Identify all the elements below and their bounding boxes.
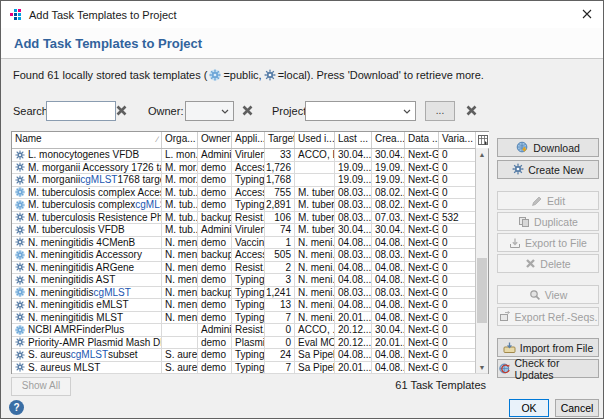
import-from-file-button[interactable]: Import from File — [497, 338, 599, 357]
table-row[interactable]: N. meningitidis cgMLSTN. men...backupTyp… — [12, 287, 488, 300]
column-header-data[interactable]: Data ... — [405, 132, 439, 148]
search-input[interactable] — [46, 101, 116, 121]
download-button[interactable]: Download — [497, 138, 599, 157]
duplicate-button[interactable]: Duplicate — [497, 212, 599, 231]
cell-data: Next-G... — [405, 299, 439, 311]
cell-data: Next-G... — [405, 187, 439, 199]
cell-value: N. men... — [165, 299, 198, 310]
edit-button[interactable]: Edit — [497, 191, 599, 210]
column-header-targets[interactable]: Targets — [265, 132, 295, 148]
table-row[interactable]: N. meningitidis ASTN. men...demoTyping3N… — [12, 274, 488, 287]
table-row[interactable]: M. tuberculosis VFDBM. tub...Admini...Vi… — [12, 224, 488, 237]
cell-value: demo — [201, 162, 226, 173]
template-name-text: M. tuberculosis Resistence PhyResSE v2 — [28, 212, 162, 223]
table-row[interactable]: N. meningitidis AccessoryN. men...backup… — [12, 249, 488, 262]
local-gear-icon — [15, 262, 25, 272]
project-browse-button[interactable]: ... — [425, 101, 455, 121]
column-config-icon[interactable] — [475, 132, 489, 149]
cell-value: Plasmi... — [235, 337, 265, 348]
help-icon[interactable]: ? — [9, 400, 24, 415]
cell-value: Next-G... — [408, 312, 439, 323]
show-all-button[interactable]: Show All — [11, 377, 71, 396]
table-row[interactable]: S. aureus cgMLST subsetS. aureusdemoTypi… — [12, 349, 488, 362]
edit-label: Edit — [547, 195, 565, 207]
table-row[interactable]: M. tuberculosis complex cgMLSTM. tub...d… — [12, 199, 488, 212]
cell-value: M. tub... — [165, 212, 198, 223]
cell-last: 30.04.... — [335, 149, 372, 161]
view-button[interactable]: View — [497, 285, 599, 304]
info-local-label: =local). Press 'Download' to retrieve mo… — [278, 69, 484, 81]
column-header-variants[interactable]: Varia... — [439, 132, 479, 148]
vertical-scrollbar[interactable]: ▲ ▼ — [475, 148, 488, 373]
column-header-used[interactable]: Used i... — [295, 132, 335, 148]
delete-button[interactable]: Delete — [497, 254, 599, 273]
column-header-last[interactable]: Last ... — [335, 132, 372, 148]
template-name-link[interactable]: cgMLST — [71, 349, 108, 360]
template-name-link[interactable]: cgMLST — [135, 199, 162, 210]
cell-last: 20.01.... — [335, 362, 372, 374]
local-gear-icon — [15, 225, 25, 235]
ok-button[interactable]: OK — [509, 399, 549, 417]
cell-created: 30.04.... — [372, 149, 405, 161]
column-header-app[interactable]: Appli... — [232, 132, 265, 148]
owner-select[interactable] — [185, 101, 234, 121]
cell-last: 04.08.... — [335, 299, 372, 311]
cell-value: Typing — [235, 362, 264, 373]
column-header-org[interactable]: Orga... — [162, 132, 198, 148]
column-header-created[interactable]: Crea... — [372, 132, 405, 148]
cell-data: Next-G... — [405, 237, 439, 249]
template-name-link[interactable]: cgMLST — [94, 287, 131, 298]
table-row[interactable]: S. aureus MLSTS. aureusdemoTyping7Sa Pip… — [12, 362, 488, 375]
cell-app: Virulence — [232, 224, 265, 236]
check-for-updates-button[interactable]: Check for Updates — [497, 359, 599, 378]
cell-value: 08.03.... — [375, 249, 405, 260]
template-name-link[interactable]: cgMLST — [80, 174, 117, 185]
cell-name: N. meningitidis eMLST — [12, 299, 162, 311]
cell-value: demo — [201, 337, 226, 348]
template-name-text: S. aureus — [28, 349, 71, 360]
table-row[interactable]: N. meningitidis eMLSTN. men...demoTyping… — [12, 299, 488, 312]
cancel-button[interactable]: Cancel — [555, 399, 599, 417]
chevron-down-icon — [217, 106, 233, 116]
project-select[interactable] — [305, 101, 416, 121]
table-row[interactable]: N. meningitidis ARGeneN. men...demoResis… — [12, 262, 488, 275]
cell-name: N. meningitidis ARGene — [12, 262, 162, 274]
table-row[interactable]: L. monocytogenes VFDBL. mon...Admini...V… — [12, 149, 488, 162]
cell-last: 20.12.... — [335, 324, 372, 336]
public-globe-icon — [15, 200, 25, 210]
table-row[interactable]: M. tuberculosis Resistence PhyResSE v2M.… — [12, 212, 488, 225]
table-row[interactable]: NCBI AMRFinderPlusAdmini...Resist...0ACC… — [12, 324, 488, 337]
cell-value: N. meni... — [298, 312, 335, 323]
table-row[interactable]: N. meningitidis MLSTN. men...demoTyping7… — [12, 312, 488, 325]
export-to-file-button[interactable]: Export to File — [497, 233, 599, 252]
table-row[interactable]: M. morganii Accessory 1726 targets subsM… — [12, 162, 488, 175]
cell-value: Typing — [235, 174, 264, 185]
table-row[interactable]: M. morganii cgMLST 1768 targets subsp.M.… — [12, 174, 488, 187]
column-header-name[interactable]: Name∕ — [12, 132, 162, 148]
cell-value: 1,768 — [266, 174, 291, 185]
table-row[interactable]: M. tuberculosis complex AccessoryM. tub.… — [12, 187, 488, 200]
export-ref-seqs-button[interactable]: Export Ref.-Seqs. — [497, 307, 599, 326]
cell-value: M. tuber... — [298, 212, 335, 223]
table-row[interactable]: N. meningitidis 4CMenBN. men...demoVacci… — [12, 237, 488, 250]
clear-project-icon[interactable] — [465, 103, 479, 117]
clear-owner-icon[interactable] — [241, 103, 255, 117]
sort-indicator-icon: ∕ — [157, 135, 158, 144]
table-row[interactable]: Priority-AMR Plasmid Mash DBdemoPlasmi..… — [12, 337, 488, 350]
scrollbar-thumb[interactable] — [477, 258, 487, 323]
public-globe-icon — [15, 250, 25, 260]
create-new-button[interactable]: Create New — [497, 160, 599, 179]
cell-owner: Admini... — [198, 224, 232, 236]
cell-org: N. men... — [162, 274, 198, 286]
cell-value: 04.08.... — [375, 237, 405, 248]
clear-search-icon[interactable] — [115, 103, 129, 117]
close-icon[interactable] — [571, 1, 603, 27]
cell-owner: Admini... — [198, 149, 232, 161]
column-header-owner[interactable]: Owner — [198, 132, 232, 148]
cell-data: Next-G... — [405, 149, 439, 161]
scroll-up-icon[interactable]: ▲ — [476, 148, 488, 160]
cell-value: demo — [201, 362, 226, 373]
scroll-down-icon[interactable]: ▼ — [476, 361, 488, 373]
cell-data: Next-G... — [405, 212, 439, 224]
cell-variants: 0 — [439, 249, 479, 261]
